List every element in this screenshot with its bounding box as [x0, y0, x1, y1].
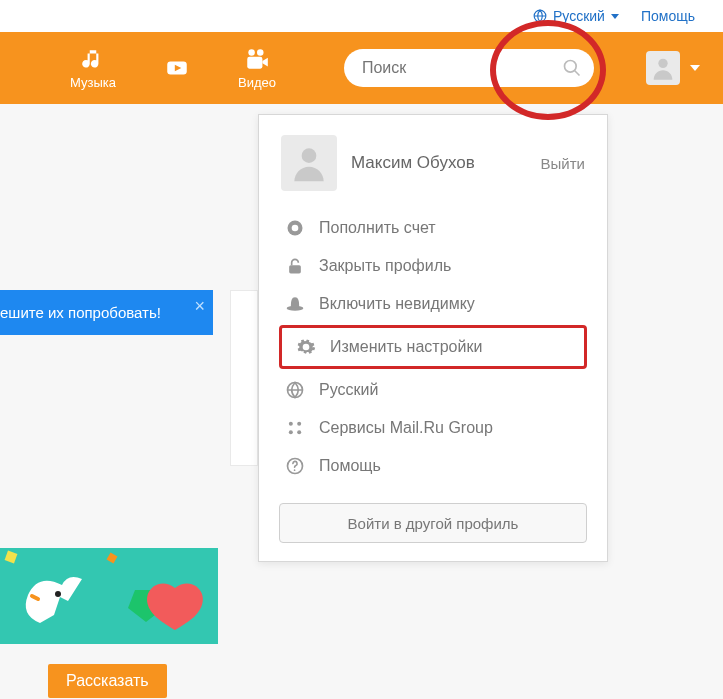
menu-item-label: Закрыть профиль [319, 257, 451, 275]
close-icon[interactable]: × [194, 296, 205, 317]
menu-item-hat[interactable]: Включить невидимку [271, 285, 595, 323]
language-label: Русский [553, 8, 605, 24]
wallet-icon [285, 218, 305, 238]
menu-item-grid[interactable]: Сервисы Mail.Ru Group [271, 409, 595, 447]
svg-point-6 [564, 61, 576, 73]
user-name[interactable]: Максим Обухов [351, 153, 527, 173]
main-navbar: Музыка Видео [0, 32, 723, 104]
svg-point-11 [292, 225, 299, 232]
svg-point-9 [302, 148, 317, 163]
search-icon [562, 58, 582, 78]
svg-rect-12 [289, 265, 301, 273]
profile-menu-trigger[interactable] [646, 51, 700, 85]
language-selector[interactable]: Русский [533, 8, 619, 24]
menu-item-globe[interactable]: Русский [271, 371, 595, 409]
svg-point-3 [248, 49, 255, 56]
menu-item-label: Русский [319, 381, 378, 399]
menu-item-label: Пополнить счет [319, 219, 436, 237]
svg-point-18 [297, 430, 301, 434]
promo-banner: × ешите их попробовать! [0, 290, 213, 335]
menu-item-help[interactable]: Помощь [271, 447, 595, 485]
svg-point-20 [294, 469, 296, 471]
lock-icon [285, 256, 305, 276]
svg-line-7 [574, 71, 579, 76]
menu-item-label: Включить невидимку [319, 295, 475, 313]
svg-point-15 [289, 422, 293, 426]
banner-text: ешите их попробовать! [0, 304, 161, 321]
svg-point-17 [289, 430, 293, 434]
person-icon [287, 141, 331, 185]
menu-item-label: Изменить настройки [330, 338, 482, 356]
other-profile-button[interactable]: Войти в другой профиль [279, 503, 587, 543]
person-icon [649, 54, 677, 82]
chevron-down-icon [611, 14, 619, 19]
content-card [230, 290, 258, 466]
svg-point-16 [297, 422, 301, 426]
svg-point-8 [658, 59, 667, 68]
globe-icon [533, 9, 547, 23]
search-input[interactable] [362, 59, 562, 77]
grid-icon [285, 418, 305, 438]
menu-item-lock[interactable]: Закрыть профиль [271, 247, 595, 285]
tell-button[interactable]: Рассказать [48, 664, 167, 698]
nav-video[interactable] [162, 55, 192, 81]
play-icon [162, 55, 192, 81]
logout-link[interactable]: Выйти [541, 155, 585, 172]
music-icon [78, 47, 108, 73]
nav-music[interactable]: Музыка [70, 47, 116, 90]
menu-item-label: Сервисы Mail.Ru Group [319, 419, 493, 437]
nav-music-label: Музыка [70, 75, 116, 90]
hat-icon [285, 294, 305, 314]
promo-illustration [0, 548, 218, 644]
menu-item-gear[interactable]: Изменить настройки [279, 325, 587, 369]
avatar[interactable] [281, 135, 337, 191]
help-link[interactable]: Помощь [641, 8, 695, 24]
avatar-small [646, 51, 680, 85]
menu-item-label: Помощь [319, 457, 381, 475]
svg-point-4 [257, 49, 264, 56]
gear-icon [296, 337, 316, 357]
chevron-down-icon [690, 65, 700, 71]
video-icon [242, 47, 272, 73]
search-box[interactable] [344, 49, 594, 87]
profile-dropdown: Максим Обухов Выйти Пополнить счетЗакрыт… [258, 114, 608, 562]
svg-point-22 [55, 591, 61, 597]
globe-icon [285, 380, 305, 400]
nav-video-cam[interactable]: Видео [238, 47, 276, 90]
help-icon [285, 456, 305, 476]
promo-card[interactable] [0, 548, 218, 644]
svg-rect-5 [247, 56, 262, 68]
nav-video-label: Видео [238, 75, 276, 90]
menu-item-wallet[interactable]: Пополнить счет [271, 209, 595, 247]
